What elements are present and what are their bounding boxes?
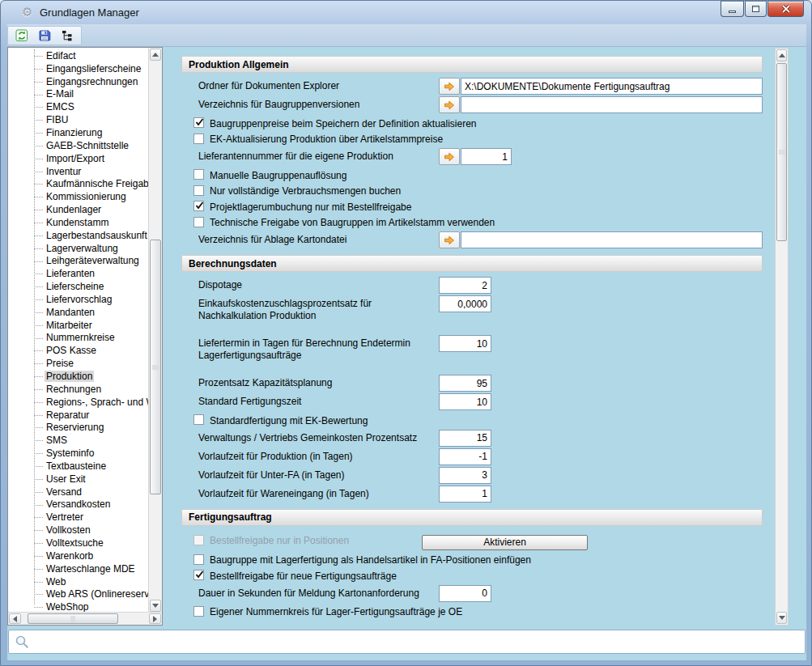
sidebar-item[interactable]: SMS — [8, 434, 148, 447]
sidebar-item[interactable]: Rechnungen — [8, 383, 148, 396]
sidebar-item[interactable]: Edifact — [8, 49, 148, 62]
save-button[interactable] — [37, 28, 52, 43]
sidebar-item[interactable]: E-Mail — [8, 88, 148, 101]
numeric-input[interactable] — [439, 335, 491, 352]
maximize-button[interactable] — [745, 1, 767, 17]
path-input[interactable] — [461, 231, 763, 248]
numeric-input[interactable] — [439, 585, 491, 602]
sidebar-item[interactable]: Vollkosten — [8, 524, 148, 537]
sidebar-item[interactable]: Mandanten — [8, 306, 148, 319]
sidebar-item-label: Vollkosten — [45, 524, 92, 536]
tree-view-button[interactable] — [60, 28, 74, 43]
tree-branch-line — [34, 402, 43, 403]
sidebar-item[interactable]: Regions-, Sprach- und Wäh — [8, 396, 148, 409]
numeric-input[interactable] — [439, 375, 491, 392]
sidebar-item[interactable]: Produktion — [8, 370, 148, 383]
browse-button[interactable] — [439, 96, 460, 113]
sidebar-item[interactable]: Import/Export — [8, 152, 148, 165]
sidebar-item[interactable]: Vertreter — [8, 511, 148, 524]
sidebar-item[interactable]: Lieferscheine — [8, 280, 148, 293]
scrollbar-thumb[interactable] — [28, 613, 118, 624]
sidebar-item[interactable]: Kundenlager — [8, 203, 148, 216]
scrollbar-thumb[interactable] — [150, 240, 161, 494]
sidebar-item[interactable]: Textbausteine — [8, 460, 148, 473]
sidebar-item-label: Liefervorschlag — [45, 294, 113, 305]
numeric-input[interactable] — [439, 393, 491, 410]
sidebar-item[interactable]: Lagerbestandsauskunft — [8, 229, 148, 242]
search-bar — [8, 630, 806, 654]
sidebar-item[interactable]: Kundenstamm — [8, 216, 148, 229]
sidebar-item[interactable]: Web — [8, 575, 148, 588]
scroll-up-button[interactable] — [776, 49, 787, 62]
numeric-input[interactable] — [439, 430, 491, 447]
sidebar-vertical-scrollbar[interactable] — [148, 48, 162, 613]
checkbox[interactable] — [193, 414, 204, 425]
sidebar-item[interactable]: GAEB-Schnittstelle — [8, 139, 148, 152]
browse-button[interactable] — [439, 78, 460, 95]
sidebar-item[interactable]: Reservierung — [8, 421, 148, 434]
path-input[interactable] — [461, 78, 763, 95]
sidebar-item[interactable]: Kaufmännische Freigabe — [8, 177, 148, 190]
sidebar-item[interactable]: Nummernkreise — [8, 332, 148, 345]
scroll-up-button[interactable] — [150, 49, 161, 61]
numeric-input[interactable] — [439, 467, 491, 484]
checkbox[interactable] — [193, 185, 204, 196]
sidebar-horizontal-scrollbar[interactable] — [8, 612, 162, 625]
refresh-button[interactable] — [15, 28, 29, 43]
checkbox[interactable] — [193, 117, 204, 128]
sidebar-item[interactable]: Versandkosten — [8, 498, 148, 511]
sidebar-item[interactable]: Leihgeräteverwaltung — [8, 255, 148, 268]
sidebar-item[interactable]: POS Kasse — [8, 344, 148, 357]
sidebar-item[interactable]: Inventur — [8, 165, 148, 178]
close-button[interactable] — [767, 1, 804, 17]
path-input[interactable] — [461, 96, 763, 113]
sidebar-item[interactable]: User Exit — [8, 473, 148, 486]
sidebar-item[interactable]: Finanzierung — [8, 126, 148, 139]
sidebar-item[interactable]: Preise — [8, 357, 148, 370]
numeric-input[interactable] — [461, 148, 512, 165]
sidebar-item[interactable]: Web ARS (Onlinereservieru — [8, 588, 148, 600]
sidebar-item[interactable]: Liefervorschlag — [8, 293, 148, 306]
titlebar[interactable]: ⚙ Grundlagen Manager — [1, 1, 811, 24]
scroll-down-button[interactable] — [150, 600, 161, 612]
sidebar-item[interactable]: FIBU — [8, 113, 148, 126]
checkbox[interactable] — [193, 134, 204, 144]
numeric-input[interactable] — [439, 277, 491, 294]
sidebar-item[interactable]: Kommissionierung — [8, 190, 148, 203]
browse-button[interactable] — [439, 148, 460, 165]
sidebar-item[interactable]: Lagerverwaltung — [8, 242, 148, 255]
browse-button[interactable] — [439, 231, 460, 248]
sidebar-item[interactable]: Mitarbeiter — [8, 319, 148, 332]
scroll-down-button[interactable] — [776, 612, 787, 624]
sidebar-item[interactable]: Eingangsrechnungen — [8, 75, 148, 88]
activate-button[interactable]: Aktivieren — [422, 535, 588, 550]
sidebar-item[interactable]: Volltextsuche — [8, 537, 148, 549]
search-input[interactable] — [32, 632, 805, 651]
sidebar-item[interactable]: Versand — [8, 486, 148, 498]
sidebar-item-label: Preise — [45, 358, 75, 369]
sidebar-item[interactable]: Systeminfo — [8, 447, 148, 460]
sidebar-item[interactable]: Reparatur — [8, 409, 148, 422]
checkbox[interactable] — [193, 169, 204, 180]
sidebar-item[interactable]: Warteschlange MDE — [8, 562, 148, 575]
numeric-input[interactable] — [439, 448, 491, 465]
sidebar-item[interactable]: Eingangslieferscheine — [8, 62, 148, 75]
checkbox[interactable] — [193, 606, 204, 617]
sidebar-item[interactable]: Lieferanten — [8, 267, 148, 280]
sidebar-item[interactable]: EMCS — [8, 100, 148, 113]
checkbox[interactable] — [193, 217, 204, 227]
main-vertical-scrollbar[interactable] — [775, 48, 789, 626]
scroll-left-button[interactable] — [9, 613, 21, 624]
checkbox[interactable] — [193, 554, 204, 565]
minimize-button[interactable] — [721, 1, 744, 17]
checkbox[interactable] — [193, 201, 204, 211]
numeric-input[interactable] — [439, 295, 491, 312]
scrollbar-thumb[interactable] — [776, 63, 787, 241]
checkbox[interactable] — [193, 570, 204, 580]
scroll-right-button[interactable] — [149, 613, 161, 624]
numeric-input[interactable] — [439, 486, 491, 503]
sidebar-item[interactable]: WebShop — [8, 600, 148, 613]
sidebar-item[interactable]: Warenkorb — [8, 549, 148, 562]
tree-branch-line — [34, 607, 43, 608]
tree-view-icon — [61, 29, 74, 42]
